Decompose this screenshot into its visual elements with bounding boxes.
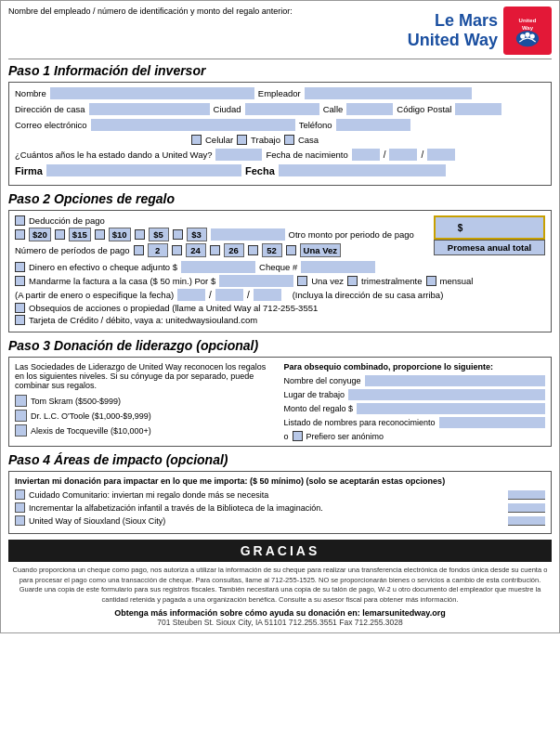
p24-btn[interactable]: 24 <box>186 243 206 257</box>
nombre-input[interactable] <box>50 87 254 99</box>
right-panel: Nombre del conyuge Lugar de trabajo Mont… <box>284 375 546 441</box>
monto-label: Monto del regalo $ <box>284 404 354 413</box>
casa-cb[interactable] <box>284 135 294 145</box>
amt3-btn[interactable]: $3 <box>187 228 207 241</box>
mandar-input[interactable] <box>219 275 293 287</box>
firma-label: Firma <box>15 165 43 176</box>
cheque-input[interactable] <box>301 261 375 273</box>
nac-year[interactable] <box>427 149 455 161</box>
apartir-y[interactable] <box>254 289 281 301</box>
society-0: Tom Skram ($500-$999) <box>15 395 277 407</box>
mensual-cb[interactable] <box>426 276 436 286</box>
step4-0-amount[interactable] <box>508 490 545 500</box>
lugar-input[interactable] <box>348 389 545 400</box>
p26-cb[interactable] <box>210 245 220 255</box>
society-1-cb[interactable] <box>15 410 27 422</box>
monto-row: Monto del regalo $ <box>284 403 546 414</box>
anonimo-cb[interactable] <box>293 431 303 441</box>
calle-label: Calle <box>323 104 344 114</box>
society-2-cb[interactable] <box>15 424 27 437</box>
p26-btn[interactable]: 26 <box>224 243 244 257</box>
amt15-btn[interactable]: $15 <box>69 228 91 241</box>
dinero-cb[interactable] <box>15 262 25 272</box>
conyuge-input[interactable] <box>365 375 545 386</box>
trim-label: trimestralmente <box>361 276 422 286</box>
amt20-cb[interactable] <box>15 229 25 240</box>
amt5-btn[interactable]: $5 <box>149 228 169 241</box>
step4-0-cb[interactable] <box>15 489 25 500</box>
deduccion-cb[interactable] <box>15 215 25 226</box>
amt20-btn[interactable]: $20 <box>29 228 51 241</box>
firma-input[interactable] <box>46 164 241 176</box>
telefono-input[interactable] <box>336 119 410 131</box>
listado-input[interactable] <box>439 417 545 428</box>
direccion-label: Dirección de casa <box>15 104 85 114</box>
amt5-cb[interactable] <box>135 229 145 240</box>
calle-input[interactable] <box>346 103 393 115</box>
listado-row: Listado de nombres para reconocimiento <box>284 417 546 428</box>
lugar-label: Lugar de trabajo <box>284 390 345 399</box>
trim-cb[interactable] <box>347 276 358 286</box>
step4-item-2: United Way of Siouxland (Sioux City) <box>15 515 545 526</box>
monto-input[interactable] <box>357 403 545 414</box>
empleador-input[interactable] <box>305 87 472 99</box>
direccion-row: Dirección de casa Ciudad Calle Código Po… <box>15 103 545 115</box>
amt10-btn[interactable]: $10 <box>109 228 131 241</box>
amounts-row: $20 $15 $10 $5 $3 Otro monto por periodo… <box>15 228 428 241</box>
apartir-m[interactable] <box>177 289 205 301</box>
united-way-logo: United Way <box>503 7 552 55</box>
anos-row: ¿Cuántos años le ha estado dando a Unite… <box>15 149 545 161</box>
puna-btn[interactable]: Una Vez <box>300 243 341 257</box>
otro-label: Otro monto por periodo de pago <box>289 229 414 240</box>
una-vez-cb[interactable] <box>297 276 307 286</box>
nombre-row: Nombre Empleador <box>15 87 545 99</box>
p2-btn[interactable]: 2 <box>148 243 168 257</box>
fecha-input[interactable] <box>279 164 446 176</box>
step3-left-text: Las Sociedades de Liderazgo de United Wa… <box>15 362 277 390</box>
promesa-input[interactable] <box>465 221 521 234</box>
nombre-label: Nombre <box>15 88 46 98</box>
otro-input[interactable] <box>211 228 285 241</box>
promesa-label: Promesa anual total <box>434 240 545 255</box>
amt15-cb[interactable] <box>55 229 65 240</box>
amt3-cb[interactable] <box>173 229 183 240</box>
promesa-dollar: $ <box>458 223 463 233</box>
p52-cb[interactable] <box>248 245 258 255</box>
puna-cb[interactable] <box>286 245 296 255</box>
dinero-row: Dinero en efectivo o cheque adjunto $ Ch… <box>15 261 545 273</box>
step4-2-amount[interactable] <box>508 516 545 526</box>
celular-cb[interactable] <box>191 135 202 145</box>
nac-month[interactable] <box>352 149 380 161</box>
society-0-cb[interactable] <box>15 395 27 407</box>
ciudad-input[interactable] <box>245 103 319 115</box>
codigo-input[interactable] <box>455 103 501 115</box>
step4-1-amount[interactable] <box>508 503 545 513</box>
periodos-row: Número de períodos de pago 2 24 26 52 Un… <box>15 243 428 257</box>
direccion-input[interactable] <box>89 103 210 115</box>
mandar-cb[interactable] <box>15 276 25 286</box>
correo-input[interactable] <box>91 119 295 131</box>
casa-label: Casa <box>298 135 319 145</box>
tarjeta-cb[interactable] <box>15 315 25 325</box>
nacimiento-label: Fecha de nacimiento <box>266 150 347 160</box>
codigo-label: Código Postal <box>397 104 451 114</box>
step2-box: Deducción de pago $20 $15 $10 $5 $3 Otro… <box>8 210 552 332</box>
step4-1-label: Incrementar la alfabetización infantil a… <box>29 503 323 513</box>
p2-cb[interactable] <box>134 245 144 255</box>
apartir-d[interactable] <box>215 289 243 301</box>
society-1: Dr. L.C. O'Toole ($1,000-$9,999) <box>15 410 277 422</box>
apartir-row: (A partir de enero o especifique la fech… <box>15 289 545 301</box>
svg-text:Way: Way <box>522 25 534 31</box>
society-2-name: Alexis de Tocqueville ($10,000+) <box>31 426 151 436</box>
obsequios-cb[interactable] <box>15 303 25 313</box>
nac-day[interactable] <box>389 149 417 161</box>
amt10-cb[interactable] <box>95 229 105 240</box>
p24-cb[interactable] <box>172 245 182 255</box>
dinero-input[interactable] <box>181 261 255 273</box>
anos-input[interactable] <box>215 149 262 161</box>
trabajo-cb[interactable] <box>237 135 247 145</box>
step4-1-cb[interactable] <box>15 502 25 513</box>
step4-2-label: United Way of Siouxland (Sioux City) <box>29 516 165 526</box>
step4-2-cb[interactable] <box>15 515 25 526</box>
p52-btn[interactable]: 52 <box>262 243 282 257</box>
